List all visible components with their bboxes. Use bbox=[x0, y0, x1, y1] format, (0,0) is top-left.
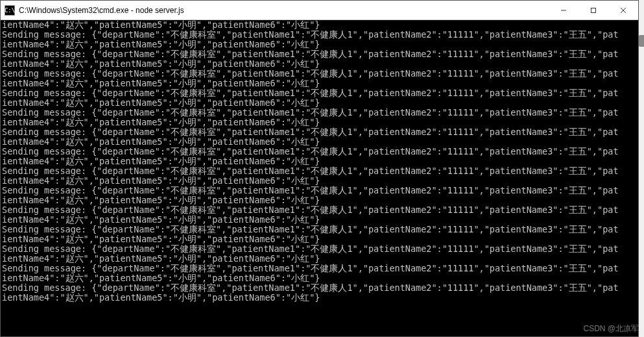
minimize-icon bbox=[560, 7, 567, 14]
cmd-icon: C:\ bbox=[5, 5, 15, 16]
close-button[interactable] bbox=[608, 1, 638, 19]
window-controls bbox=[549, 1, 638, 19]
maximize-button[interactable] bbox=[578, 1, 608, 19]
close-icon bbox=[620, 7, 626, 14]
cmd-window: C:\ C:\Windows\System32\cmd.exe - node s… bbox=[0, 0, 639, 337]
minimize-button[interactable] bbox=[549, 1, 578, 19]
svg-rect-1 bbox=[591, 8, 596, 12]
window-title: C:\Windows\System32\cmd.exe - node serve… bbox=[19, 6, 549, 15]
side-sliver bbox=[639, 35, 644, 47]
titlebar[interactable]: C:\ C:\Windows\System32\cmd.exe - node s… bbox=[1, 1, 638, 20]
terminal-output[interactable]: ientName4":"赵六","patientName5":"小明","pat… bbox=[1, 20, 638, 336]
maximize-icon bbox=[590, 7, 597, 14]
